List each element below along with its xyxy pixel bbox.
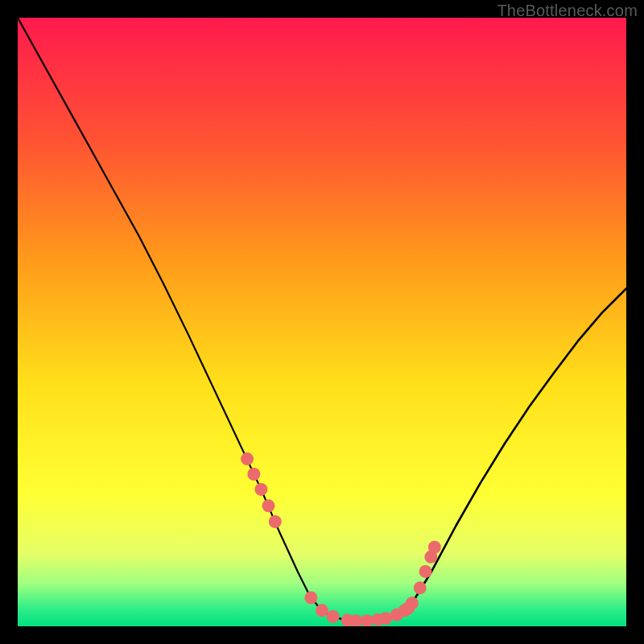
watermark-label: TheBottleneck.com bbox=[497, 2, 638, 20]
data-marker bbox=[428, 541, 441, 554]
data-marker bbox=[247, 468, 260, 481]
plot-area bbox=[18, 18, 626, 626]
data-marker bbox=[304, 591, 317, 604]
outer-frame: TheBottleneck.com bbox=[0, 0, 644, 644]
data-marker bbox=[419, 565, 432, 578]
data-marker bbox=[241, 452, 254, 465]
gradient-bg bbox=[18, 18, 626, 626]
chart-svg bbox=[18, 18, 626, 626]
data-marker bbox=[254, 483, 267, 496]
data-marker bbox=[262, 499, 275, 512]
data-marker bbox=[269, 515, 282, 528]
data-marker bbox=[414, 581, 427, 594]
data-marker bbox=[316, 604, 328, 617]
data-marker bbox=[379, 612, 392, 625]
data-marker bbox=[327, 610, 340, 623]
data-marker bbox=[406, 597, 419, 609]
